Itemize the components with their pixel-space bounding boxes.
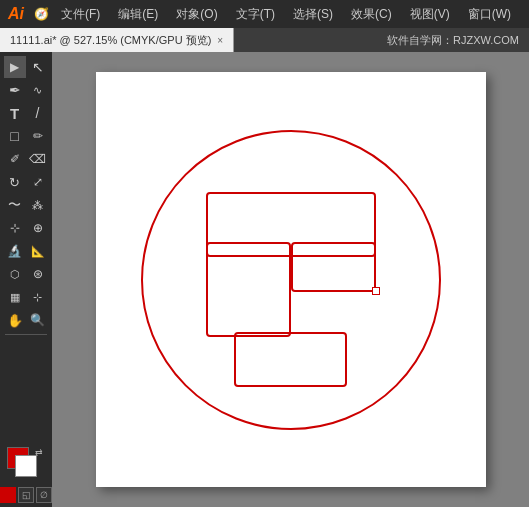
tool-row-11: ▦ ⊹ [0, 286, 52, 308]
direct-select-tool[interactable]: ↖ [27, 56, 49, 78]
color-mode-btn[interactable] [0, 487, 16, 503]
paintbrush-tool[interactable]: ✏ [27, 125, 49, 147]
hand-tool[interactable]: ✋ [4, 309, 26, 331]
pencil-tool[interactable]: ✐ [4, 148, 26, 170]
tool-row-9: 🔬 📐 [0, 240, 52, 262]
menu-view[interactable]: 视图(V) [404, 4, 456, 25]
color-box-area: ⇄ ◱ ∅ [0, 443, 56, 507]
toolbar-divider [5, 334, 47, 335]
artwork [131, 110, 451, 450]
pen-tool[interactable]: ✒ [4, 79, 26, 101]
tab-bar: 11111.ai* @ 527.15% (CMYK/GPU 预览) × 软件自学… [0, 28, 529, 52]
live-paint-tool[interactable]: ⊛ [27, 263, 49, 285]
menu-window[interactable]: 窗口(W) [462, 4, 517, 25]
menu-object[interactable]: 对象(O) [170, 4, 223, 25]
tab-right-text: 软件自学网：RJZXW.COM [377, 33, 529, 48]
left-toolbar: ▶ ↖ ✒ ∿ T / □ ✏ ✐ ⌫ ↻ ⤢ 〜 ⁂ ⊹ ⊕ [0, 52, 52, 507]
menu-edit[interactable]: 编辑(E) [112, 4, 164, 25]
puppet-warp-tool[interactable]: ⁂ [27, 194, 49, 216]
tool-row-1: ▶ ↖ [0, 56, 52, 78]
zoom-tool[interactable]: 🔍 [27, 309, 49, 331]
tool-row-3: T / [0, 102, 52, 124]
tool-row-4: □ ✏ [0, 125, 52, 147]
canvas [96, 72, 486, 487]
tool-row-12: ✋ 🔍 [0, 309, 52, 331]
tool-row-5: ✐ ⌫ [0, 148, 52, 170]
tool-row-10: ⬡ ⊛ [0, 263, 52, 285]
tab-close-button[interactable]: × [217, 35, 223, 46]
warp-tool[interactable]: 〜 [4, 194, 26, 216]
shape-builder-tool[interactable]: ⊕ [27, 217, 49, 239]
rectangle-tool[interactable]: □ [4, 125, 26, 147]
anchor-point [372, 287, 380, 295]
menu-text[interactable]: 文字(T) [230, 4, 281, 25]
tool-row-2: ✒ ∿ [0, 79, 52, 101]
rotate-tool[interactable]: ↻ [4, 171, 26, 193]
curvature-tool[interactable]: ∿ [27, 79, 49, 101]
title-bar: Ai 🧭 文件(F) 编辑(E) 对象(O) 文字(T) 选择(S) 效果(C)… [0, 0, 529, 28]
measure-tool[interactable]: 📐 [27, 240, 49, 262]
eraser-tool[interactable]: ⌫ [27, 148, 49, 170]
rect-mid-right [291, 242, 376, 292]
ai-logo: Ai [8, 5, 24, 23]
column-graph-tool[interactable]: ▦ [4, 286, 26, 308]
menu-file[interactable]: 文件(F) [55, 4, 106, 25]
stroke-color-box[interactable] [15, 455, 37, 477]
main-area: ▶ ↖ ✒ ∿ T / □ ✏ ✐ ⌫ ↻ ⤢ 〜 ⁂ ⊹ ⊕ [0, 52, 529, 507]
type-tool[interactable]: T [4, 102, 26, 124]
tab-label: 11111.ai* @ 527.15% (CMYK/GPU 预览) [10, 33, 211, 48]
color-mode-row: ◱ ∅ [0, 487, 52, 503]
free-transform-tool[interactable]: ⊹ [4, 217, 26, 239]
scale-tool[interactable]: ⤢ [27, 171, 49, 193]
shape-container [206, 192, 376, 387]
eyedropper-tool[interactable]: 🔬 [4, 240, 26, 262]
gradient-mode-btn[interactable]: ◱ [18, 487, 34, 503]
nav-icon: 🧭 [34, 7, 49, 21]
select-tool[interactable]: ▶ [4, 56, 26, 78]
blend-tool[interactable]: ⬡ [4, 263, 26, 285]
rect-mid-left [206, 242, 291, 337]
menu-select[interactable]: 选择(S) [287, 4, 339, 25]
tool-row-7: 〜 ⁂ [0, 194, 52, 216]
tool-row-8: ⊹ ⊕ [0, 217, 52, 239]
tool-row-6: ↻ ⤢ [0, 171, 52, 193]
none-mode-btn[interactable]: ∅ [36, 487, 52, 503]
line-tool[interactable]: / [27, 102, 49, 124]
menu-effect[interactable]: 效果(C) [345, 4, 398, 25]
color-squares[interactable]: ⇄ [7, 447, 45, 485]
rect-bottom [234, 332, 347, 387]
swap-colors-icon[interactable]: ⇄ [35, 447, 45, 457]
slice-tool[interactable]: ⊹ [27, 286, 49, 308]
active-tab[interactable]: 11111.ai* @ 527.15% (CMYK/GPU 预览) × [0, 28, 234, 52]
canvas-area [52, 52, 529, 507]
